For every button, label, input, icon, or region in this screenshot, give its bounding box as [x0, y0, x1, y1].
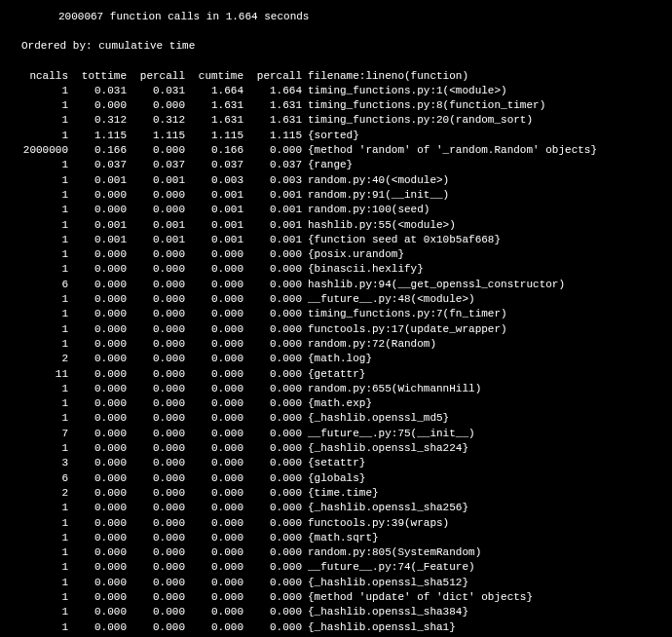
col-tottime: tottime [68, 69, 127, 84]
cell-tottime: 0.001 [68, 173, 127, 188]
cell-file: timing_functions.py:20(random_sort) [302, 113, 616, 128]
cell-ncalls: 1 [21, 531, 68, 545]
cell-percall2: 0.000 [243, 307, 302, 321]
cell-percall: 0.312 [127, 113, 185, 128]
cell-cumtime: 0.000 [185, 501, 243, 515]
cell-tottime: 1.115 [68, 129, 127, 143]
cell-percall2: 0.000 [243, 411, 302, 426]
cell-cumtime: 0.000 [185, 382, 243, 396]
cell-ncalls: 1 [21, 322, 68, 337]
table-row: 10.0000.0000.0000.000{_hashlib.openssl_m… [21, 411, 616, 426]
cell-file: {math.log} [302, 352, 616, 366]
cell-percall: 0.000 [127, 441, 185, 456]
table-row: 10.0000.0000.0000.000__future__.py:74(_F… [21, 560, 616, 575]
cell-percall: 0.000 [127, 396, 185, 411]
table-row: 10.0000.0000.0000.000{_hashlib.openssl_s… [21, 576, 616, 590]
cell-file: {method 'update' of 'dict' objects} [302, 590, 616, 605]
cell-percall: 0.000 [127, 605, 185, 619]
cell-tottime: 0.000 [68, 367, 127, 382]
cell-file: timing_functions.py:1(<module>) [302, 84, 616, 98]
table-row: 10.3120.3121.6311.631timing_functions.py… [21, 113, 616, 128]
cell-cumtime: 1.664 [185, 84, 243, 98]
col-percall: percall [127, 69, 185, 84]
cell-file: random.py:91(__init__) [302, 188, 616, 203]
cell-file: {math.sqrt} [302, 531, 616, 545]
cell-tottime: 0.000 [68, 560, 127, 575]
col-ncalls: ncalls [21, 69, 68, 84]
cell-ncalls: 1 [21, 188, 68, 203]
cell-file: {function seed at 0x10b5af668} [302, 233, 616, 247]
cell-percall2: 0.000 [243, 486, 302, 501]
cell-percall2: 0.000 [243, 247, 302, 262]
cell-ncalls: 1 [21, 218, 68, 233]
cell-ncalls: 1 [21, 233, 68, 247]
cell-percall: 0.000 [127, 516, 185, 531]
cell-tottime: 0.000 [68, 203, 127, 217]
cell-file: {range} [302, 158, 616, 172]
cell-percall: 0.000 [127, 560, 185, 575]
cell-cumtime: 0.000 [185, 367, 243, 382]
cell-percall: 0.000 [127, 411, 185, 426]
cell-percall2: 0.000 [243, 382, 302, 396]
table-row: 10.0000.0000.0000.000{posix.urandom} [21, 247, 616, 262]
cell-file: {_hashlib.openssl_sha512} [302, 576, 616, 590]
cell-cumtime: 0.000 [185, 278, 243, 292]
cell-cumtime: 0.000 [185, 262, 243, 277]
cell-percall: 0.037 [127, 158, 185, 172]
cell-cumtime: 0.000 [185, 411, 243, 426]
cell-cumtime: 0.000 [185, 456, 243, 470]
cell-ncalls: 1 [21, 516, 68, 531]
cell-tottime: 0.000 [68, 307, 127, 321]
cell-ncalls: 1 [21, 411, 68, 426]
cell-tottime: 0.000 [68, 188, 127, 203]
cell-tottime: 0.000 [68, 620, 127, 635]
cell-cumtime: 1.631 [185, 113, 243, 128]
cell-cumtime: 0.001 [185, 188, 243, 203]
cell-percall2: 0.000 [243, 441, 302, 456]
cell-ncalls: 1 [21, 247, 68, 262]
cell-file: hashlib.py:55(<module>) [302, 218, 616, 233]
cell-tottime: 0.312 [68, 113, 127, 128]
cell-file: {globals} [302, 471, 616, 486]
cell-percall: 0.000 [127, 188, 185, 203]
table-row: 10.0000.0000.0000.000{method 'update' of… [21, 590, 616, 605]
cell-ncalls: 1 [21, 262, 68, 277]
cell-file: __future__.py:74(_Feature) [302, 560, 616, 575]
cell-percall: 0.001 [127, 233, 185, 247]
cell-tottime: 0.000 [68, 278, 127, 292]
cell-percall: 0.000 [127, 337, 185, 352]
cell-tottime: 0.000 [68, 427, 127, 441]
cell-percall2: 0.001 [243, 233, 302, 247]
cell-ncalls: 6 [21, 278, 68, 292]
cell-percall: 0.000 [127, 203, 185, 217]
cell-file: {sorted} [302, 129, 616, 143]
cell-tottime: 0.000 [68, 531, 127, 545]
cell-tottime: 0.166 [68, 143, 127, 158]
cell-file: functools.py:39(wraps) [302, 516, 616, 531]
cell-ncalls: 1 [21, 158, 68, 172]
cell-percall2: 0.037 [243, 158, 302, 172]
cell-ncalls: 1 [21, 501, 68, 515]
cell-percall2: 0.000 [243, 501, 302, 515]
cell-percall2: 0.000 [243, 143, 302, 158]
col-cumtime: cumtime [185, 69, 243, 84]
table-row: 10.0000.0000.0000.000functools.py:17(upd… [21, 322, 616, 337]
cell-tottime: 0.000 [68, 501, 127, 515]
cell-file: functools.py:17(update_wrapper) [302, 322, 616, 337]
cell-percall: 0.000 [127, 292, 185, 307]
cell-tottime: 0.000 [68, 337, 127, 352]
cell-ncalls: 1 [21, 382, 68, 396]
cell-percall2: 1.631 [243, 98, 302, 113]
table-row: 10.0000.0000.0000.000{_hashlib.openssl_s… [21, 501, 616, 515]
col-file: filename:lineno(function) [302, 69, 616, 84]
cell-percall: 0.000 [127, 98, 185, 113]
cell-percall2: 0.000 [243, 560, 302, 575]
profile-summary: 2000067 function calls in 1.664 seconds [21, 10, 672, 24]
cell-ncalls: 6 [21, 471, 68, 486]
table-row: 10.0010.0010.0010.001{function seed at 0… [21, 233, 616, 247]
cell-ncalls: 1 [21, 605, 68, 619]
cell-cumtime: 0.000 [185, 605, 243, 619]
cell-file: {time.time} [302, 486, 616, 501]
cell-percall: 0.031 [127, 84, 185, 98]
cell-file: {_hashlib.openssl_sha384} [302, 605, 616, 619]
